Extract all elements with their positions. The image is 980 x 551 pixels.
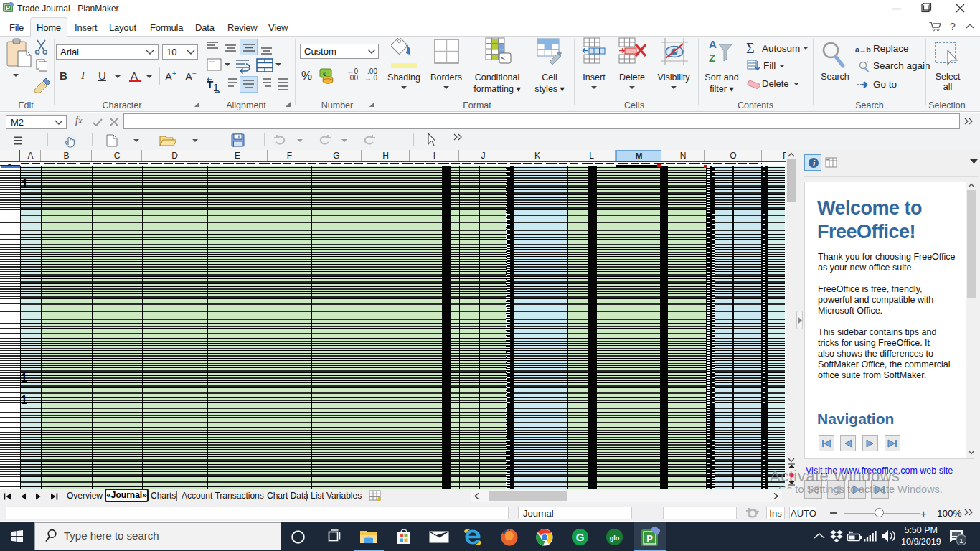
svg-text:P: P [6,4,10,11]
svg-text:T: T [207,78,213,90]
svg-text:≤: ≤ [501,55,505,62]
svg-text:glo: glo [610,534,620,542]
svg-text:P: P [646,533,653,544]
svg-text:1: 1 [959,537,963,545]
svg-text:?: ? [950,21,956,32]
svg-text:G: G [576,531,585,543]
svg-text:A: A [709,38,717,50]
svg-text:€: € [323,70,326,77]
svg-text:Z: Z [709,52,715,64]
